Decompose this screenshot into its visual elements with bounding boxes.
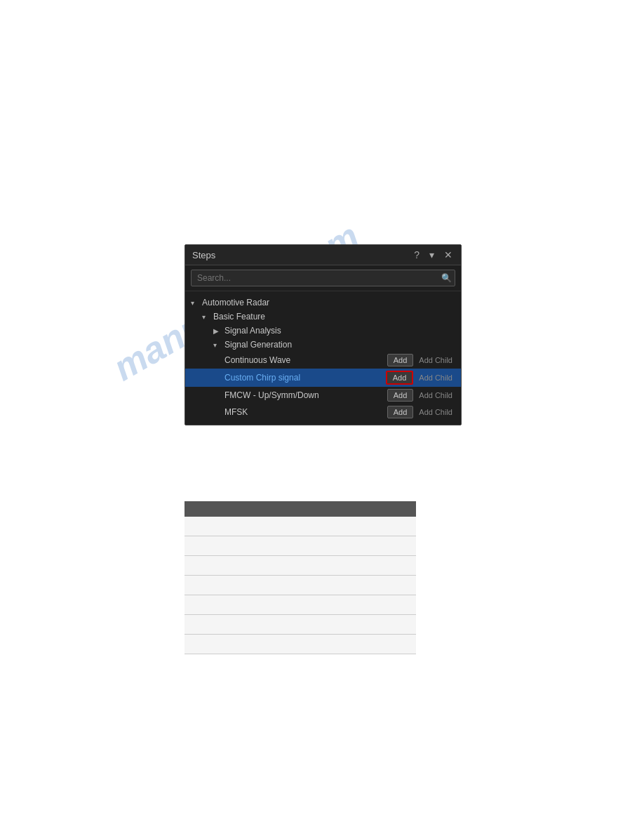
tree-label-signal-analysis: Signal Analysis	[224, 326, 455, 336]
tree-label-signal-generation: Signal Generation	[224, 340, 455, 350]
page-background: manualslib.com Steps ? ▾ ✕ 🔍 ▾ Automotiv…	[0, 0, 644, 834]
bottom-row-3	[185, 556, 416, 576]
tree-arrow: ▶	[213, 327, 222, 335]
tree-item-signal-analysis[interactable]: ▶ Signal Analysis	[185, 324, 461, 338]
tree-label-custom-chirp-signal: Custom Chirp signal	[224, 373, 386, 383]
search-input[interactable]	[191, 270, 455, 286]
search-container: 🔍	[185, 265, 461, 291]
continuous-wave-buttons: Add Add Child	[387, 354, 455, 366]
tree-content: ▾ Automotive Radar ▾ Basic Feature ▶ Sig…	[185, 291, 461, 425]
tree-item-basic-feature[interactable]: ▾ Basic Feature	[185, 310, 461, 324]
fmcw-add-child-button[interactable]: Add Child	[416, 390, 455, 401]
tree-label-fmcw: FMCW - Up/Symm/Down	[224, 390, 387, 400]
custom-chirp-buttons: Add Add Child	[386, 371, 455, 385]
search-icon: 🔍	[441, 273, 452, 283]
custom-chirp-add-child-button[interactable]: Add Child	[416, 372, 455, 383]
bottom-row-6	[185, 615, 416, 635]
fmcw-add-button[interactable]: Add	[387, 389, 414, 402]
fmcw-buttons: Add Add Child	[387, 389, 455, 402]
tree-arrow: ▾	[202, 313, 210, 321]
bottom-row-4	[185, 576, 416, 595]
custom-chirp-add-button[interactable]: Add	[386, 371, 414, 385]
bottom-panel-header	[185, 501, 416, 517]
tree-item-automotive-radar[interactable]: ▾ Automotive Radar	[185, 296, 461, 310]
tree-arrow: ▾	[213, 341, 222, 349]
mfsk-add-button[interactable]: Add	[387, 406, 414, 418]
tree-item-fmcw[interactable]: FMCW - Up/Symm/Down Add Add Child	[185, 387, 461, 404]
tree-label-mfsk: MFSK	[224, 407, 387, 417]
dialog-titlebar: Steps ? ▾ ✕	[185, 245, 461, 265]
tree-label-automotive-radar: Automotive Radar	[202, 298, 455, 307]
bottom-row-7	[185, 635, 416, 654]
bottom-row-1	[185, 517, 416, 536]
dialog-title: Steps	[192, 250, 215, 260]
help-button[interactable]: ?	[412, 249, 421, 260]
dropdown-button[interactable]: ▾	[428, 249, 436, 260]
tree-item-custom-chirp-signal[interactable]: Custom Chirp signal Add Add Child	[185, 369, 461, 387]
continuous-wave-add-button[interactable]: Add	[387, 354, 414, 366]
tree-item-continuous-wave[interactable]: Continuous Wave Add Add Child	[185, 352, 461, 369]
tree-item-mfsk[interactable]: MFSK Add Add Child	[185, 404, 461, 421]
mfsk-add-child-button[interactable]: Add Child	[416, 406, 455, 418]
close-button[interactable]: ✕	[443, 249, 454, 260]
bottom-row-5	[185, 595, 416, 615]
mfsk-buttons: Add Add Child	[387, 406, 455, 418]
dialog-controls: ? ▾ ✕	[412, 249, 454, 260]
bottom-panel	[185, 501, 416, 654]
tree-label-basic-feature: Basic Feature	[213, 312, 455, 322]
continuous-wave-add-child-button[interactable]: Add Child	[416, 355, 455, 366]
tree-label-continuous-wave: Continuous Wave	[224, 355, 387, 365]
tree-item-signal-generation[interactable]: ▾ Signal Generation	[185, 338, 461, 352]
tree-arrow: ▾	[191, 299, 199, 307]
bottom-row-2	[185, 536, 416, 556]
steps-dialog: Steps ? ▾ ✕ 🔍 ▾ Automotive Radar ▾ Basic…	[185, 244, 462, 425]
